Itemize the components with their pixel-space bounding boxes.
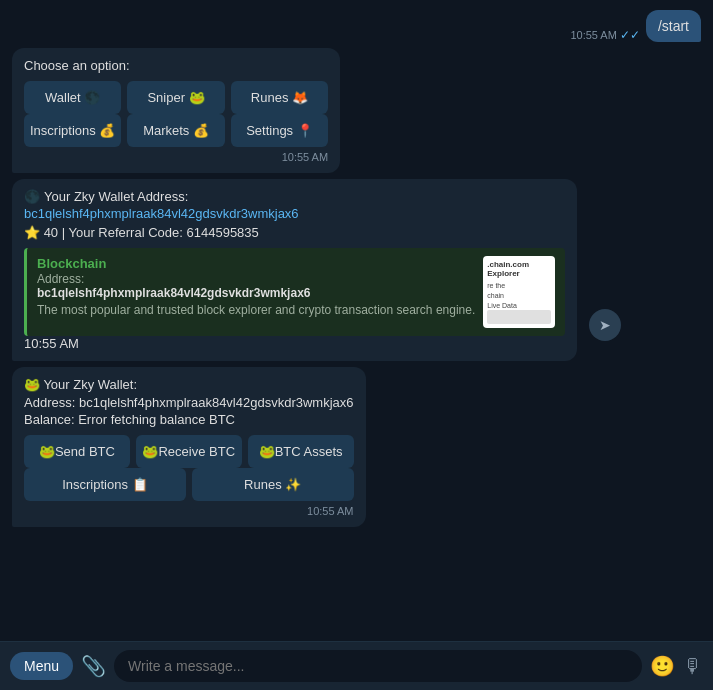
- blockchain-desc: The most popular and trusted block explo…: [37, 303, 475, 317]
- address-label: Address:: [37, 272, 475, 286]
- wallet-balance-bubble: 🐸 Your Zky Wallet: Address: bc1qlelshf4p…: [12, 367, 366, 527]
- star-icon: ⭐: [24, 225, 40, 240]
- referral-label: 40 | Your Referral Code:: [44, 225, 183, 240]
- balance-address[interactable]: bc1qlelshf4phxmplraak84vl42gdsvkdr3wmkja…: [79, 395, 354, 410]
- choose-option-message: Choose an option: Wallet 🌑 Sniper 🐸 Rune…: [12, 48, 701, 173]
- wallet-balance-title: 🐸 Your Zky Wallet:: [24, 377, 354, 392]
- wallet-balance-time: 10:55 AM: [307, 505, 353, 517]
- wallet-action-buttons-row2: Inscriptions 📋 Runes ✨: [24, 468, 354, 501]
- wallet-action-buttons-row1: 🐸Send BTC 🐸Receive BTC 🐸BTC Assets: [24, 435, 354, 468]
- choose-option-bubble: Choose an option: Wallet 🌑 Sniper 🐸 Rune…: [12, 48, 340, 173]
- wallet-info-row: 🌑 Your Zky Wallet Address: bc1qlelshf4ph…: [12, 179, 701, 361]
- runes2-button[interactable]: Runes ✨: [192, 468, 354, 501]
- wallet-button[interactable]: Wallet 🌑: [24, 81, 121, 114]
- option-buttons-row2: Inscriptions 💰 Markets 💰 Settings 📍: [24, 114, 328, 147]
- balance-row: Balance: Error fetching balance BTC: [24, 412, 354, 427]
- wallet-title: Your Zky Wallet Address:: [44, 189, 188, 204]
- wallet-info-bubble: 🌑 Your Zky Wallet Address: bc1qlelshf4ph…: [12, 179, 577, 361]
- inscriptions-button[interactable]: Inscriptions 💰: [24, 114, 121, 147]
- message-input[interactable]: [114, 650, 642, 682]
- chat-area: 10:55 AM ✓✓ /start Choose an option: Wal…: [0, 0, 713, 641]
- inscriptions2-button[interactable]: Inscriptions 📋: [24, 468, 186, 501]
- forward-button[interactable]: ➤: [589, 309, 621, 341]
- bottom-bar: Menu 📎 🙂 🎙: [0, 641, 713, 690]
- thumb-header: .chain.com Explorer: [487, 260, 551, 278]
- sent-message: 10:55 AM ✓✓ /start: [12, 10, 701, 42]
- frog-icon: 🐸: [24, 377, 40, 392]
- blockchain-address: bc1qlelshf4phxmplraak84vl42gdsvkdr3wmkja…: [37, 286, 475, 300]
- wallet-balance-meta-row: 10:55 AM: [24, 505, 354, 517]
- wallet-info-time: 10:55 AM: [24, 336, 79, 351]
- choose-option-meta: 10:55 AM: [24, 151, 328, 163]
- wallet-addr-row: Address: bc1qlelshf4phxmplraak84vl42gdsv…: [24, 395, 354, 410]
- forward-icon: ➤: [599, 317, 611, 333]
- globe-icon: 🌑: [24, 189, 40, 204]
- emoji-button[interactable]: 🙂: [650, 654, 675, 678]
- wallet-balance-label: Your Zky Wallet:: [43, 377, 137, 392]
- sniper-button[interactable]: Sniper 🐸: [127, 81, 224, 114]
- addr-label: Address:: [24, 395, 75, 410]
- runes-button[interactable]: Runes 🦊: [231, 81, 328, 114]
- blockchain-preview: Blockchain Address: bc1qlelshf4phxmplraa…: [24, 248, 565, 336]
- wallet-info-meta-row: 10:55 AM: [24, 336, 565, 351]
- choose-option-time: 10:55 AM: [282, 151, 328, 163]
- attach-button[interactable]: 📎: [81, 654, 106, 678]
- settings-button[interactable]: Settings 📍: [231, 114, 328, 147]
- option-buttons-row1: Wallet 🌑 Sniper 🐸 Runes 🦊: [24, 81, 328, 114]
- referral-code: 6144595835: [187, 225, 259, 240]
- wallet-address[interactable]: bc1qlelshf4phxmplraak84vl42gdsvkdr3wmkja…: [24, 206, 565, 221]
- blockchain-thumbnail: .chain.com Explorer re the chain Live Da…: [483, 256, 555, 328]
- receive-btc-button[interactable]: 🐸Receive BTC: [136, 435, 242, 468]
- blockchain-text: Blockchain Address: bc1qlelshf4phxmplraa…: [37, 256, 475, 317]
- thumb-text: re the chain Live Data: [487, 281, 551, 310]
- markets-button[interactable]: Markets 💰: [127, 114, 224, 147]
- choose-option-label: Choose an option:: [24, 58, 328, 73]
- referral-row: ⭐ 40 | Your Referral Code: 6144595835: [24, 225, 565, 240]
- blockchain-title: Blockchain: [37, 256, 475, 271]
- checkmarks: ✓✓: [620, 28, 640, 42]
- mic-icon: 🎙: [683, 655, 703, 678]
- menu-button[interactable]: Menu: [10, 652, 73, 680]
- emoji-icon: 🙂: [650, 654, 675, 678]
- sent-text: /start: [658, 18, 689, 34]
- wallet-balance-message: 🐸 Your Zky Wallet: Address: bc1qlelshf4p…: [12, 367, 701, 527]
- sent-time: 10:55 AM: [570, 29, 616, 41]
- mic-button[interactable]: 🎙: [683, 655, 703, 678]
- attach-icon: 📎: [81, 654, 106, 678]
- thumb-bar: [487, 310, 551, 324]
- sent-bubble: /start: [646, 10, 701, 42]
- btc-assets-button[interactable]: 🐸BTC Assets: [248, 435, 354, 468]
- send-btc-button[interactable]: 🐸Send BTC: [24, 435, 130, 468]
- sent-meta: 10:55 AM ✓✓: [570, 28, 639, 42]
